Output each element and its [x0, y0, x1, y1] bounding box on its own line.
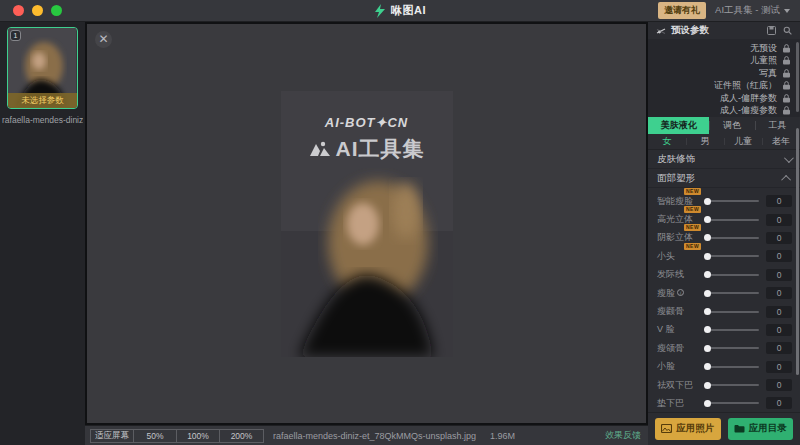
slider-track[interactable]	[705, 329, 759, 331]
slider-handle[interactable]	[704, 234, 711, 241]
slider-track[interactable]	[705, 219, 759, 221]
slider-handle[interactable]	[704, 216, 711, 223]
adjustment-slider-row: 小头i NEW 0	[648, 247, 800, 265]
preset-item[interactable]: 证件照（红底）	[648, 80, 800, 93]
lock-icon	[783, 56, 790, 65]
panel-scrollbar[interactable]	[796, 128, 799, 375]
preset-label: 证件照（红底）	[714, 79, 777, 92]
lightning-logo-icon	[374, 4, 386, 18]
close-window-button[interactable]	[13, 5, 24, 16]
panel-tab[interactable]: 调色	[709, 117, 754, 134]
slider-label: 发际线i	[657, 268, 703, 281]
zoom-window-button[interactable]	[51, 5, 62, 16]
slider-track[interactable]	[705, 274, 759, 276]
gender-tab[interactable]: 老年	[762, 134, 800, 149]
slider-value-input[interactable]: 0	[766, 397, 792, 409]
adjustment-slider-row: 阴影立体i NEW 0	[648, 229, 800, 247]
section-skin-retouch[interactable]: 皮肤修饰	[648, 150, 800, 169]
slider-value-input[interactable]: 0	[766, 287, 792, 299]
slider-track[interactable]	[705, 366, 759, 368]
slider-handle[interactable]	[704, 253, 711, 260]
slider-track[interactable]	[705, 384, 759, 386]
lock-icon	[783, 81, 790, 90]
minimize-window-button[interactable]	[32, 5, 43, 16]
window-controls	[13, 5, 62, 16]
apply-to-directory-button[interactable]: 应用目录	[728, 418, 794, 440]
slider-label-text: 瘦脸	[657, 288, 675, 298]
slider-label-text: 小脸	[657, 361, 675, 371]
new-badge: NEW	[684, 188, 701, 195]
preset-item[interactable]: 成人-偏胖参数	[648, 92, 800, 105]
section-face-shaping[interactable]: 面部塑形	[648, 169, 800, 188]
slider-track[interactable]	[705, 200, 759, 202]
tune-icon	[656, 26, 666, 36]
invite-reward-button[interactable]: 邀请有礼	[658, 2, 706, 19]
slider-label: 小头i NEW	[657, 250, 703, 263]
slider-track[interactable]	[705, 292, 759, 294]
tab-label: 美肤液化	[661, 119, 697, 132]
slider-track[interactable]	[705, 402, 759, 404]
feedback-link[interactable]: 效果反馈	[605, 429, 641, 442]
search-icon[interactable]	[783, 26, 792, 35]
zoom-level-button[interactable]: 适应屏幕	[91, 430, 134, 442]
slider-value-input[interactable]: 0	[766, 250, 792, 262]
slider-track[interactable]	[705, 255, 759, 257]
slider-value-input[interactable]: 0	[766, 214, 792, 226]
preset-label: 儿童照	[750, 54, 777, 67]
apply-photo-label: 应用照片	[676, 422, 714, 435]
panel-tab[interactable]: 工具	[755, 117, 800, 134]
slider-handle[interactable]	[704, 400, 711, 407]
slider-value-input[interactable]: 0	[766, 379, 792, 391]
tab-label: 工具	[768, 119, 786, 132]
zoom-level-button[interactable]: 100%	[177, 430, 220, 442]
gender-tab[interactable]: 男	[686, 134, 724, 149]
preset-item[interactable]: 写真	[648, 67, 800, 80]
close-photo-button[interactable]: ✕	[95, 31, 112, 48]
save-icon[interactable]	[767, 26, 776, 35]
editor-canvas[interactable]: ✕ AI-BOT✦CN	[85, 22, 648, 425]
slider-handle[interactable]	[704, 198, 711, 205]
slider-handle[interactable]	[704, 382, 711, 389]
slider-value-input[interactable]: 0	[766, 342, 792, 354]
slider-handle[interactable]	[704, 345, 711, 352]
slider-handle[interactable]	[704, 326, 711, 333]
slider-label: 祛双下巴i	[657, 379, 703, 392]
slider-track[interactable]	[705, 311, 759, 313]
photo-preview: AI-BOT✦CN AI工具集	[281, 91, 453, 357]
preset-item[interactable]: 无预设	[648, 42, 800, 55]
gender-tab[interactable]: 女	[648, 134, 686, 149]
zoom-controls: 适应屏幕50%100%200%	[90, 429, 264, 443]
preset-item[interactable]: 儿童照	[648, 55, 800, 68]
new-badge: NEW	[684, 206, 701, 213]
gender-tab[interactable]: 儿童	[724, 134, 762, 149]
slider-handle[interactable]	[704, 271, 711, 278]
slider-value-input[interactable]: 0	[766, 195, 792, 207]
slider-handle[interactable]	[704, 363, 711, 370]
slider-value-input[interactable]: 0	[766, 361, 792, 373]
slider-track[interactable]	[705, 237, 759, 239]
preset-label: 写真	[759, 67, 777, 80]
slider-value-input[interactable]: 0	[766, 324, 792, 336]
watermark-brand: AI工具集	[281, 135, 453, 163]
slider-value-input[interactable]: 0	[766, 232, 792, 244]
watermark-brand-text: AI工具集	[336, 135, 425, 163]
panel-tab[interactable]: 美肤液化	[648, 117, 709, 134]
slider-label-text: 阴影立体	[657, 232, 693, 242]
preset-scrollbar[interactable]	[796, 42, 799, 112]
preset-item[interactable]: 成人-偏瘦参数	[648, 105, 800, 118]
gender-tab-label: 儿童	[734, 135, 752, 148]
zoom-level-button[interactable]: 200%	[220, 430, 263, 442]
slider-handle[interactable]	[704, 290, 711, 297]
slider-value-input[interactable]: 0	[766, 306, 792, 318]
slider-value-input[interactable]: 0	[766, 269, 792, 281]
apply-to-photo-button[interactable]: 应用照片	[655, 418, 721, 440]
slider-label-text: 瘦颌骨	[657, 343, 684, 353]
adjustment-slider-row: 智能瘦脸i NEW 0	[648, 192, 800, 210]
lock-icon	[783, 94, 790, 103]
ai-toolset-logo-icon	[309, 140, 331, 157]
account-menu[interactable]: AI工具集 - 测试	[715, 4, 790, 17]
photo-thumbnail[interactable]: 1 未选择参数	[7, 27, 78, 109]
slider-track[interactable]	[705, 347, 759, 349]
slider-handle[interactable]	[704, 308, 711, 315]
zoom-level-button[interactable]: 50%	[134, 430, 177, 442]
